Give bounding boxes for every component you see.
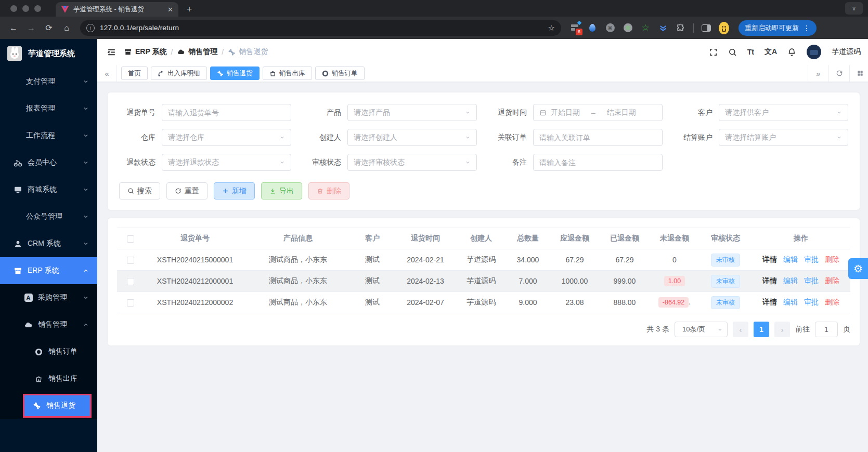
warehouse-select[interactable]: 请选择仓库 <box>162 129 291 146</box>
chevron-up-icon <box>83 322 89 328</box>
ext-gray-circle-icon[interactable]: ⌘ <box>605 23 615 33</box>
current-page[interactable]: 1 <box>754 322 769 337</box>
forward-button[interactable]: → <box>23 20 40 36</box>
detail-link[interactable]: 详情 <box>762 255 777 263</box>
export-button[interactable]: 导出 <box>261 182 302 200</box>
creator-select[interactable]: 请选择创建人 <box>347 129 477 146</box>
tab-sale-out[interactable]: 销售出库 <box>263 67 312 80</box>
profile-avatar-icon[interactable] <box>719 23 729 33</box>
delete-link[interactable]: 删除 <box>825 298 839 306</box>
tab-inout-detail[interactable]: 出入库明细 <box>151 67 207 80</box>
search-icon[interactable] <box>728 48 737 57</box>
new-tab-button[interactable]: + <box>183 3 196 16</box>
reload-button[interactable]: ⟳ <box>41 20 57 36</box>
delete-button[interactable]: 删除 <box>308 182 349 200</box>
sidebar-item-sale-out[interactable]: 销售出库 <box>0 365 97 392</box>
delete-link[interactable]: 删除 <box>825 276 839 285</box>
ext-green-star-icon[interactable]: ☆ <box>640 23 651 33</box>
row-checkbox[interactable] <box>127 299 134 307</box>
product-select[interactable]: 请选择产品 <box>347 104 477 121</box>
tabs-refresh-icon[interactable] <box>828 65 849 82</box>
ext-balloon-icon[interactable] <box>587 23 598 33</box>
language-icon[interactable]: 文A <box>765 47 777 57</box>
menu-fold-icon[interactable] <box>107 47 116 57</box>
tab-home[interactable]: 首页 <box>121 67 148 80</box>
browser-update-button[interactable]: 重新启动即可更新 ⋮ <box>739 20 817 36</box>
page-size-select[interactable]: 10条/页 <box>675 322 728 337</box>
url-text[interactable]: 127.0.0.1/erp/sale/return <box>100 24 548 32</box>
extensions-puzzle-icon[interactable] <box>676 23 686 33</box>
gear-icon: ⚙ <box>853 262 863 275</box>
font-size-icon[interactable]: Tt <box>747 48 754 56</box>
sidebar-item-member[interactable]: 会员中心 <box>0 149 97 176</box>
ext-green-dot-icon[interactable] <box>623 23 633 33</box>
customer-select[interactable]: 请选择供客户 <box>719 104 848 121</box>
ext-blocks-icon[interactable]: 6 <box>569 23 580 33</box>
breadcrumb-sale-mgmt[interactable]: 销售管理 <box>177 47 217 57</box>
audit-status-select[interactable]: 请选择审核状态 <box>347 154 477 171</box>
row-checkbox[interactable] <box>127 278 134 285</box>
browser-tab[interactable]: 芋道管理系统 - 销售退货 ✕ <box>56 2 178 17</box>
window-chevron-button[interactable]: ∨ <box>845 2 863 15</box>
related-order-input[interactable] <box>533 129 663 146</box>
remark-input[interactable] <box>533 154 663 171</box>
row-checkbox[interactable] <box>127 257 134 264</box>
username[interactable]: 芋道源码 <box>832 47 861 57</box>
tab-sale-order[interactable]: 销售订单 <box>315 67 365 80</box>
settle-account-select[interactable]: 请选择结算账户 <box>719 129 848 146</box>
tabs-layout-icon[interactable] <box>849 65 868 82</box>
sidebar-item-sale-mgmt[interactable]: 销售管理 <box>0 311 97 338</box>
back-button[interactable]: ← <box>5 20 22 36</box>
refund-status-select[interactable]: 请选择退款状态 <box>162 154 291 171</box>
user-avatar[interactable] <box>807 45 821 59</box>
approve-link[interactable]: 审批 <box>804 298 819 306</box>
sidebar-item-erp[interactable]: ERP 系统 <box>0 257 97 284</box>
sidebar-item-crm[interactable]: CRM 系统 <box>0 230 97 257</box>
detail-link[interactable]: 详情 <box>762 298 777 306</box>
edit-link[interactable]: 编辑 <box>783 255 798 263</box>
app-logo[interactable]: 芋道管理系统 <box>0 39 97 68</box>
site-info-icon[interactable]: i <box>86 24 95 32</box>
sidebar-item-report[interactable]: 报表管理 <box>0 95 97 122</box>
select-all-checkbox[interactable] <box>127 235 134 243</box>
edit-link[interactable]: 编辑 <box>783 276 798 285</box>
breadcrumb-erp[interactable]: ERP 系统 <box>124 47 166 57</box>
sidebar-item-payment[interactable]: 支付管理 <box>0 68 97 95</box>
sidebar-item-sale-return[interactable]: 销售退货 <box>23 394 92 418</box>
approve-link[interactable]: 审批 <box>804 255 819 263</box>
window-controls[interactable] <box>0 0 48 17</box>
reset-button[interactable]: 重置 <box>166 182 208 200</box>
tabs-scroll-left-icon[interactable]: « <box>97 65 117 82</box>
breadcrumb-separator: / <box>222 48 224 56</box>
detail-link[interactable]: 详情 <box>762 276 777 285</box>
bookmark-icon[interactable]: ☆ <box>548 23 555 33</box>
browser-menu-icon[interactable]: ⋮ <box>803 24 810 32</box>
prev-page-button[interactable]: ‹ <box>733 322 748 337</box>
address-bar[interactable]: i 127.0.0.1/erp/sale/return ☆ <box>80 20 561 36</box>
return-time-range-picker[interactable]: 开始日期 – 结束日期 <box>533 104 663 121</box>
bell-icon[interactable] <box>787 48 796 57</box>
side-panel-icon[interactable] <box>701 23 711 33</box>
ext-chevrons-icon[interactable] <box>658 23 668 33</box>
sidebar-item-workflow[interactable]: 工作流程 <box>0 122 97 149</box>
edit-link[interactable]: 编辑 <box>783 298 798 306</box>
tab-close-icon[interactable]: ✕ <box>167 6 173 14</box>
search-button[interactable]: 搜索 <box>119 182 160 200</box>
home-button[interactable]: ⌂ <box>58 20 75 36</box>
return-no-input[interactable] <box>162 104 291 121</box>
sidebar-item-sale-order[interactable]: 销售订单 <box>0 338 97 365</box>
tabs-scroll-right-icon[interactable]: » <box>808 65 828 82</box>
sidebar-item-mall[interactable]: 商城系统 <box>0 176 97 203</box>
delete-link[interactable]: 删除 <box>825 255 839 263</box>
store-icon <box>14 267 22 275</box>
add-button[interactable]: 新增 <box>214 182 255 200</box>
tab-sale-return[interactable]: 销售退货 <box>210 67 260 80</box>
approve-link[interactable]: 审批 <box>804 276 819 285</box>
next-page-button[interactable]: › <box>774 322 790 337</box>
theme-settings-button[interactable]: ⚙ <box>848 258 868 279</box>
user-icon <box>14 240 22 248</box>
sidebar-item-mp[interactable]: 公众号管理 <box>0 203 97 230</box>
sidebar-item-purchase[interactable]: A 采购管理 <box>0 284 97 311</box>
fullscreen-icon[interactable] <box>709 48 718 57</box>
goto-page-input[interactable] <box>815 322 838 337</box>
